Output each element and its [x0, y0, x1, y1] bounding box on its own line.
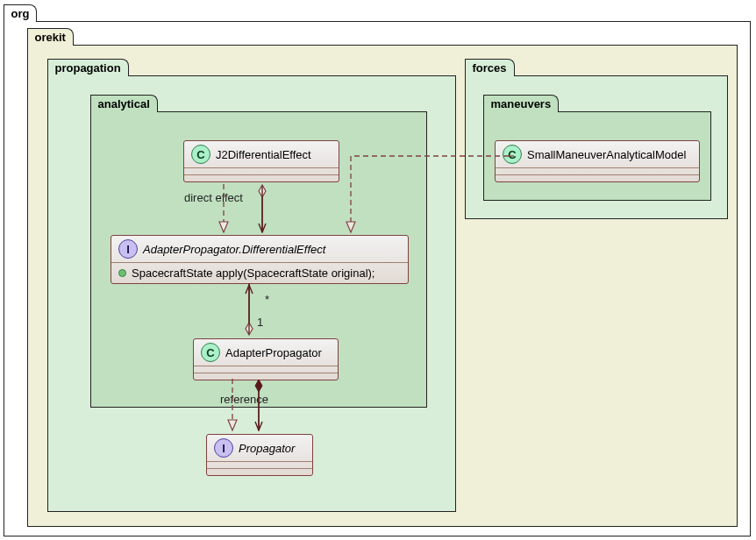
label-star: *: [265, 293, 269, 306]
package-orekit: orekit propagation analytical C J2Differ…: [27, 45, 738, 527]
class-badge-icon: C: [191, 145, 210, 164]
label-direct-effect: direct effect: [184, 191, 243, 204]
class-badge-icon: C: [503, 145, 522, 164]
package-propagation: propagation analytical C J2DifferentialE…: [47, 75, 456, 512]
class-name: SmallManeuverAnalyticalModel: [527, 148, 686, 161]
class-badge-icon: C: [201, 343, 220, 362]
label-reference: reference: [220, 393, 268, 406]
package-forces: forces maneuvers C SmallManeuverAnalytic…: [465, 75, 728, 219]
package-forces-tab: forces: [465, 59, 515, 76]
package-org: org orekit propagation analytical C J2Di…: [4, 21, 751, 536]
package-org-tab: org: [4, 4, 38, 22]
interface-badge-icon: I: [118, 239, 138, 259]
class-j2differentialeffect: C J2DifferentialEffect: [183, 140, 339, 182]
class-name: AdapterPropagator: [225, 346, 322, 359]
package-orekit-tab: orekit: [27, 28, 74, 46]
class-name: J2DifferentialEffect: [216, 148, 311, 161]
package-maneuvers-tab: maneuvers: [483, 95, 560, 112]
interface-propagator: I Propagator: [206, 434, 313, 476]
class-smallmaneuveranalyticalmodel: C SmallManeuverAnalyticalModel: [495, 140, 700, 182]
interface-badge-icon: I: [214, 438, 233, 458]
label-one: 1: [257, 316, 263, 329]
interface-differentialeffect: I AdapterPropagator.DifferentialEffect S…: [111, 235, 409, 284]
interface-name: Propagator: [239, 442, 295, 455]
method-signature: SpacecraftState apply(SpacecraftState or…: [132, 266, 374, 280]
class-adapterpropagator: C AdapterPropagator: [193, 338, 339, 380]
interface-name: AdapterPropagator.DifferentialEffect: [143, 243, 325, 256]
package-analytical: analytical C J2DifferentialEffect I: [90, 111, 427, 408]
method-visibility-icon: [118, 269, 126, 277]
package-propagation-tab: propagation: [47, 59, 129, 76]
package-analytical-tab: analytical: [90, 95, 158, 112]
package-maneuvers: maneuvers C SmallManeuverAnalyticalModel: [483, 111, 711, 201]
